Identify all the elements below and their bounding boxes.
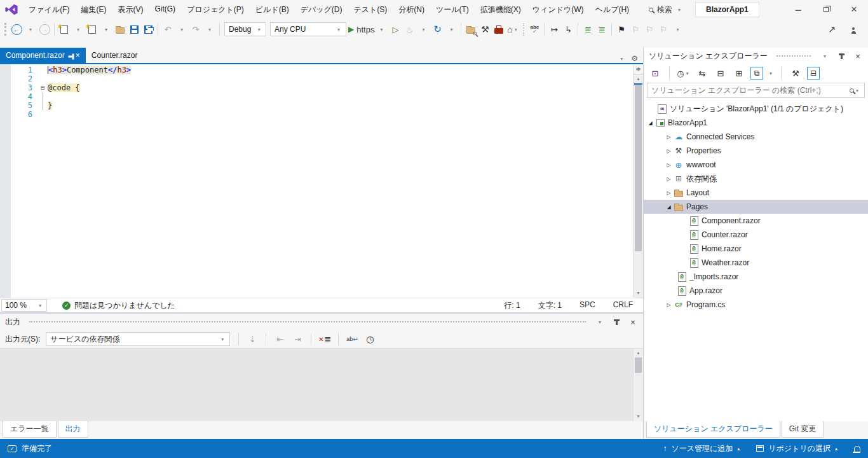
menu-help[interactable]: ヘルプ(H) (590, 2, 635, 18)
sync-button[interactable]: ⇆ (695, 66, 709, 81)
indent-button[interactable]: ≣ (595, 22, 609, 37)
output-source-select[interactable]: サービスの依存関係 ▾ (46, 332, 230, 346)
outdent-button[interactable]: ≣ (581, 22, 595, 37)
toolbar-grip[interactable] (4, 23, 6, 36)
share-feedback-button[interactable]: ↗ (825, 22, 839, 37)
drag-texture[interactable] (776, 55, 811, 57)
show-all-files-button[interactable]: ⊞ (732, 66, 746, 81)
word-wrap-button[interactable]: ab↵ (345, 331, 359, 347)
menu-view[interactable]: 表示(V) (112, 2, 149, 18)
tree-item-wwwroot[interactable]: ▷ ⊕ wwwroot (644, 158, 868, 172)
tree-item-properties[interactable]: ▷ ⚒ Properties (644, 144, 868, 158)
search-icon[interactable] (850, 88, 854, 93)
breakpoint-gutter[interactable] (0, 64, 11, 298)
restore-button[interactable] (812, 0, 840, 19)
menu-git[interactable]: Git(G) (149, 2, 181, 18)
new-file-button[interactable] (85, 22, 99, 37)
live-share-button[interactable] (846, 22, 860, 37)
restart-button[interactable]: ↻ (430, 22, 444, 37)
expander-collapsed-icon[interactable]: ▷ (665, 176, 673, 182)
menu-debug[interactable]: デバッグ(D) (295, 2, 348, 18)
menu-file[interactable]: ファイル(F) (23, 2, 75, 18)
code-editor[interactable]: 1 <h3>Component</h3> 2 3 ⊟ @code { (0, 63, 643, 298)
next-message-button[interactable]: ⇥ (290, 331, 304, 347)
tree-item-counter-razor[interactable]: @ Counter.razor (644, 228, 868, 242)
navigate-back-button[interactable]: ← (10, 22, 24, 37)
solution-explorer-close-button[interactable]: × (853, 52, 863, 61)
restart-dropdown[interactable]: ▾ (444, 22, 458, 37)
pin-icon[interactable] (68, 56, 72, 58)
toolbox-button[interactable] (492, 22, 506, 37)
expander-collapsed-icon[interactable]: ▷ (665, 148, 673, 154)
toggle-bookmark-button[interactable]: ⚑ (614, 22, 628, 37)
switch-views-button[interactable]: ⊡ (648, 66, 662, 81)
tab-component-razor[interactable]: Component.razor × (0, 48, 86, 63)
start-without-debugging-button[interactable]: ▷ (388, 22, 402, 37)
solution-platform-select[interactable]: Any CPU ▾ (270, 22, 346, 36)
tree-item-pages-folder[interactable]: ◢ Pages (644, 200, 868, 214)
clear-bookmarks-button[interactable]: ⚐ (656, 22, 670, 37)
tree-item-imports-razor[interactable]: @ _Imports.razor (644, 270, 868, 284)
feedback-bubble-icon[interactable]: ✓ (8, 445, 17, 452)
tree-item-connected-services[interactable]: ▷ ☁ Connected Services (644, 130, 868, 144)
insert-snippet-button[interactable]: ↦ (547, 22, 561, 37)
hot-reload-dropdown[interactable]: ▾ (416, 22, 430, 37)
menu-build[interactable]: ビルド(B) (250, 2, 295, 18)
expander-collapsed-icon[interactable]: ▷ (665, 190, 673, 196)
find-in-files-button[interactable] (464, 22, 478, 37)
select-repository-button[interactable]: リポジトリの選択 ▴ (756, 443, 837, 454)
close-button[interactable]: × (840, 0, 868, 19)
hot-reload-button[interactable]: ♨ (402, 22, 416, 37)
solution-explorer-search[interactable]: ▾ (647, 83, 865, 98)
surround-with-button[interactable]: ↳ (561, 22, 575, 37)
pending-changes-filter-button[interactable]: ◷▾ (677, 66, 691, 81)
editor-scrollbar[interactable]: ≑ ▴ ▾ (633, 64, 643, 298)
line-ending-indicator[interactable]: CRLF (613, 300, 633, 311)
preview-selected-items-toggle[interactable]: ⊟ (807, 67, 820, 80)
start-debugging-button[interactable]: ▶ https (348, 22, 374, 37)
tree-item-project-blazorapp1[interactable]: ◢ BlazorApp1 (644, 116, 868, 130)
tree-item-home-razor[interactable]: @ Home.razor (644, 242, 868, 256)
split-editor-handle[interactable]: ≑ (634, 64, 643, 74)
toggle-timestamp-button[interactable]: ◷ (363, 331, 377, 347)
solution-explorer-pin-button[interactable] (836, 53, 846, 59)
menu-window[interactable]: ウィンドウ(W) (527, 2, 590, 18)
zoom-select[interactable]: 100 % ▾ (1, 299, 47, 312)
minimize-button[interactable]: ─ (784, 0, 812, 19)
navigate-back-dropdown[interactable]: ▾ (24, 22, 37, 37)
next-bookmark-button[interactable]: ⚐ (642, 22, 656, 37)
char-indicator[interactable]: 文字: 1 (538, 300, 562, 311)
tree-item-dependencies[interactable]: ▷ ⊞ 依存関係 (644, 172, 868, 186)
collapse-all-button[interactable]: ⊟ (714, 66, 728, 81)
tree-item-program-cs[interactable]: ▷ C# Program.cs (644, 298, 868, 312)
undo-dropdown[interactable]: ▾ (175, 22, 189, 37)
scroll-up-icon[interactable]: ▴ (634, 74, 643, 83)
solution-explorer-menu-button[interactable]: ▾ (820, 53, 830, 59)
previous-message-button[interactable]: ⇤ (273, 331, 287, 347)
chevron-down-icon[interactable]: ▾ (768, 71, 774, 76)
undo-button[interactable]: ↶ (161, 22, 175, 37)
menu-edit[interactable]: 編集(E) (75, 2, 112, 18)
tab-error-list[interactable]: エラー一覧 (3, 421, 57, 438)
goto-message-button[interactable]: ⇣ (245, 331, 259, 347)
save-all-button[interactable] (141, 22, 155, 37)
active-files-dropdown[interactable]: ▾ (618, 56, 625, 62)
solution-configuration-select[interactable]: Debug ▾ (224, 22, 266, 36)
tab-git-changes[interactable]: Git 変更 (782, 421, 824, 438)
redo-button[interactable]: ↷ (189, 22, 203, 37)
spaces-indicator[interactable]: SPC (580, 300, 595, 311)
previous-bookmark-button[interactable]: ⚐ (628, 22, 642, 37)
sync-with-active-document-toggle[interactable]: ⧉ (750, 67, 763, 80)
output-content[interactable]: ▴ ▾ (0, 348, 643, 421)
health-check-icon[interactable]: ✓ (62, 302, 71, 310)
tree-item-component-razor[interactable]: @ Component.razor (644, 214, 868, 228)
add-to-source-control-button[interactable]: ↑ ソース管理に追加 ▴ (663, 443, 740, 454)
menu-extensions[interactable]: 拡張機能(X) (475, 2, 527, 18)
menu-project[interactable]: プロジェクト(P) (181, 2, 250, 18)
tree-item-layout-folder[interactable]: ▷ Layout (644, 186, 868, 200)
tab-solution-explorer[interactable]: ソリューション エクスプローラー (646, 421, 780, 438)
solution-name-box[interactable]: BlazorApp1 (695, 2, 759, 17)
tab-counter-razor[interactable]: Counter.razor (86, 48, 144, 63)
collapse-region-icon[interactable]: ⊟ (37, 83, 48, 92)
output-close-button[interactable]: × (628, 317, 638, 327)
